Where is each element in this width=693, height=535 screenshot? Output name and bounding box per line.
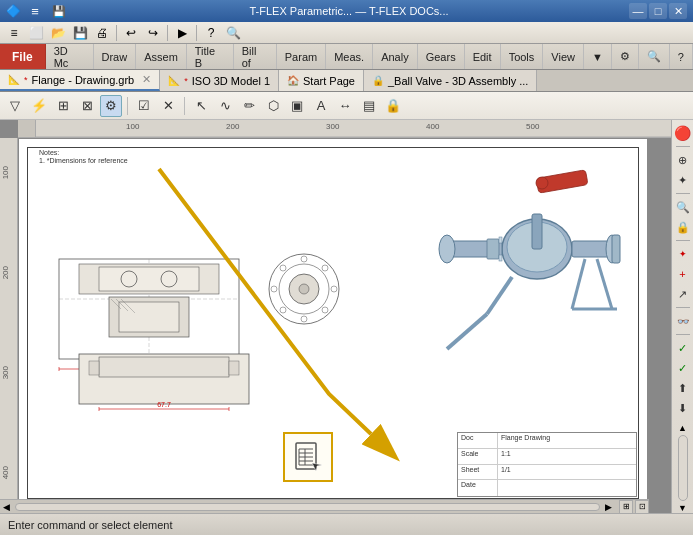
rp-down-btn[interactable]: ⬇ (674, 399, 692, 417)
rp-snap-btn[interactable]: ⊕ (674, 151, 692, 169)
filter-btn[interactable]: ▽ (4, 95, 26, 117)
drawing-toolbar: ▽ ⚡ ⊞ ⊠ ⚙ ☑ ✕ ↖ ∿ ✏ ⬡ ▣ A ↔ ▤ 🔒 (0, 92, 693, 120)
startpage-tab-icon: 🏠 (287, 75, 299, 86)
tab-dropdown[interactable]: ▼ (584, 44, 612, 69)
tab-billof[interactable]: Bill of (234, 44, 277, 69)
rp-check-btn[interactable]: ✓ (674, 339, 692, 357)
tab-settings[interactable]: ⚙ (612, 44, 639, 69)
line-btn[interactable]: ∿ (214, 95, 236, 117)
dim-btn[interactable]: ↔ (334, 95, 356, 117)
rp-red-plus[interactable]: + (674, 265, 692, 283)
maximize-button[interactable]: □ (649, 3, 667, 19)
pencil-btn[interactable]: ✏ (238, 95, 260, 117)
tb-sep-1 (127, 97, 128, 115)
iso3d-tab-label: ISO 3D Model 1 (192, 75, 270, 87)
cross-btn[interactable]: ⊠ (76, 95, 98, 117)
rp-sep-5 (676, 334, 690, 335)
rp-transform-btn[interactable]: ↗ (674, 285, 692, 303)
scroll-down-btn[interactable]: ▼ (678, 503, 687, 513)
cursor-btn[interactable]: ↖ (190, 95, 212, 117)
svg-text:67.7: 67.7 (157, 401, 171, 408)
flange-tab-close[interactable]: ✕ (142, 73, 151, 86)
tab-search[interactable]: 🔍 (639, 44, 670, 69)
tab-edit[interactable]: Edit (465, 44, 501, 69)
snap-btn[interactable]: ⚡ (28, 95, 50, 117)
svg-point-26 (280, 265, 286, 271)
tab-titleblock[interactable]: Title B (187, 44, 234, 69)
svg-rect-6 (99, 267, 199, 291)
rp-check2-btn[interactable]: ✓ (674, 359, 692, 377)
text-btn[interactable]: A (310, 95, 332, 117)
rp-3d-btn[interactable]: ✦ (674, 245, 692, 263)
print-btn[interactable]: 🖨 (92, 24, 112, 42)
svg-line-47 (597, 259, 612, 309)
highlighted-icon-box[interactable] (283, 432, 333, 482)
lock-btn[interactable]: 🔒 (382, 95, 404, 117)
minimize-button[interactable]: — (629, 3, 647, 19)
scroll-up-btn[interactable]: ▲ (678, 423, 687, 433)
rp-up-btn[interactable]: ⬆ (674, 379, 692, 397)
tab-iso3d[interactable]: 📐 * ISO 3D Model 1 (160, 70, 279, 91)
view-btn-1[interactable]: ⊞ (619, 500, 633, 514)
polygon-btn[interactable]: ⬡ (262, 95, 284, 117)
vertical-scrollbar[interactable]: ▲ ▼ (678, 423, 688, 513)
rp-magnet-btn[interactable]: 🔴 (674, 124, 692, 142)
tab-analy[interactable]: Analy (373, 44, 418, 69)
svg-point-22 (301, 256, 307, 262)
run-btn[interactable]: ▶ (172, 24, 192, 42)
rp-point-btn[interactable]: ✦ (674, 171, 692, 189)
right-tool-panel: 🔴 ⊕ ✦ 🔍 🔒 ✦ + ↗ 👓 ✓ ✓ ⬆ ⬇ ▲ ▼ (671, 120, 693, 513)
check-btn[interactable]: ☑ (133, 95, 155, 117)
rp-zoom-btn[interactable]: 🔍 (674, 198, 692, 216)
svg-rect-33 (229, 361, 239, 375)
horizontal-scrollbar[interactable]: ◀ ▶ ⊞ ⊡ (0, 499, 649, 513)
toolbar-separator-1 (116, 25, 117, 41)
grid-btn[interactable]: ⊞ (52, 95, 74, 117)
tab-meas[interactable]: Meas. (326, 44, 373, 69)
file-menu-button[interactable]: File (0, 44, 46, 69)
svg-point-39 (536, 177, 548, 189)
tab-gears[interactable]: Gears (418, 44, 465, 69)
open-btn[interactable]: 📂 (48, 24, 68, 42)
close-button[interactable]: ✕ (669, 3, 687, 19)
tab-ballvalve[interactable]: 🔒 _Ball Valve - 3D Assembly ... (364, 70, 537, 91)
toolbar-separator-2 (167, 25, 168, 41)
scroll-left-btn[interactable]: ◀ (0, 502, 13, 512)
title-block: Doc Flange Drawing Scale 1:1 Sheet 1/1 D… (457, 432, 637, 497)
tab-draw[interactable]: Draw (94, 44, 137, 69)
tab-param[interactable]: Param (277, 44, 326, 69)
tab-startpage[interactable]: 🏠 Start Page (279, 70, 364, 91)
top-ruler: 100 200 300 400 500 // Ticks every 10px … (18, 120, 671, 138)
help-btn[interactable]: ? (201, 24, 221, 42)
svg-point-21 (299, 284, 309, 294)
hatch-btn[interactable]: ▤ (358, 95, 380, 117)
iso3d-tab-icon: 📐 (168, 75, 180, 86)
quick-save[interactable]: 💾 (49, 2, 69, 20)
tab-tools[interactable]: Tools (501, 44, 544, 69)
tab-view[interactable]: View (543, 44, 584, 69)
tab-flange[interactable]: 📐 * Flange - Drawing.grb ✕ (0, 70, 160, 91)
rp-lock-btn[interactable]: 🔒 (674, 218, 692, 236)
tab-help[interactable]: ? (670, 44, 693, 69)
tab-assembly[interactable]: Assem (136, 44, 187, 69)
scroll-thumb-v[interactable] (678, 435, 688, 501)
quick-new[interactable]: ≡ (25, 2, 45, 20)
canvas-area[interactable]: 100 200 300 400 500 // Ticks every 10px … (0, 120, 671, 513)
tab-3dmc[interactable]: 3D Mc (46, 44, 94, 69)
undo-btn[interactable]: ↩ (121, 24, 141, 42)
settings-btn[interactable]: ⚙ (100, 95, 122, 117)
new-btn[interactable]: ⬜ (26, 24, 46, 42)
view-btn-2[interactable]: ⊡ (635, 500, 649, 514)
ribbon-tab-bar: File 3D Mc Draw Assem Title B Bill of Pa… (0, 44, 693, 70)
cancel-btn[interactable]: ✕ (157, 95, 179, 117)
scroll-thumb-h[interactable] (15, 503, 600, 511)
scroll-right-btn[interactable]: ▶ (602, 502, 615, 512)
rp-glasses-btn[interactable]: 👓 (674, 312, 692, 330)
svg-line-46 (572, 259, 585, 309)
search-btn[interactable]: 🔍 (223, 24, 243, 42)
redo-btn[interactable]: ↪ (143, 24, 163, 42)
svg-rect-42 (532, 214, 542, 249)
save-btn[interactable]: 💾 (70, 24, 90, 42)
rect-btn[interactable]: ▣ (286, 95, 308, 117)
menu-icon[interactable]: ≡ (4, 24, 24, 42)
